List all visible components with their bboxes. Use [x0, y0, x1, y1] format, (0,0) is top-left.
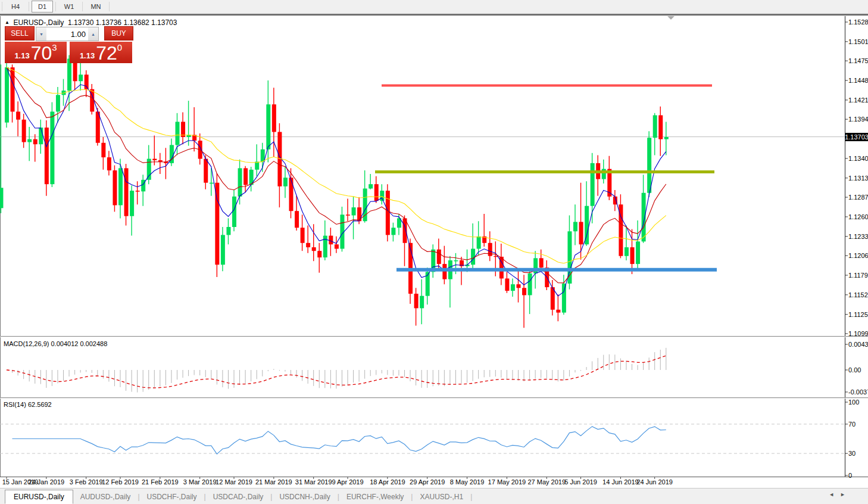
- rsi-axis-label: 100: [848, 399, 859, 406]
- date-axis-label: 12 Mar 2019: [216, 478, 252, 486]
- volume-stepper: ▼ ▲: [36, 27, 99, 41]
- buy-price-button[interactable]: 1.13 72 0: [70, 42, 132, 63]
- date-axis-label: 12 Feb 2019: [102, 478, 139, 486]
- chart-tab-usdcad[interactable]: USDCAD-,Daily: [206, 491, 271, 503]
- date-axis-label: 17 May 2019: [488, 478, 526, 486]
- sell-price-big: 70: [31, 44, 52, 62]
- date-axis-label: 29 Apr 2019: [410, 478, 445, 486]
- sell-price-sup: 3: [52, 42, 57, 52]
- rsi-value: 62.5692: [28, 401, 52, 408]
- chart-tab-usdchf[interactable]: USDCHF-,Daily: [140, 491, 204, 503]
- sell-price-button[interactable]: 1.13 70 3: [5, 42, 67, 63]
- date-axis-label: 9 Apr 2019: [332, 478, 363, 486]
- price-axis-label: 1.11255: [848, 311, 868, 318]
- buy-price-big: 72: [96, 44, 117, 62]
- price-axis-label: 1.13945: [848, 116, 868, 123]
- chart-tab-xauusd[interactable]: XAUUSD-,H1: [413, 491, 470, 503]
- chart-tab-usdcnh[interactable]: USDCNH-,Daily: [272, 491, 337, 503]
- price-axis-label: 1.15285: [848, 18, 868, 26]
- chart-shift-marker-icon: [667, 16, 675, 20]
- price-axis-label: 1.13135: [848, 175, 868, 182]
- price-axis-label: 1.15015: [848, 38, 868, 45]
- price-axis-label: 1.11525: [848, 291, 868, 298]
- date-axis-label: 24 Jun 2019: [636, 478, 673, 486]
- rsi-axis-label: 70: [848, 421, 855, 428]
- price-axis-label: 1.12330: [848, 233, 868, 240]
- scroll-right-icon[interactable]: ►: [840, 491, 851, 497]
- buy-price-prefix: 1.13: [80, 51, 95, 60]
- collapse-triangle-icon: ▲: [5, 20, 10, 25]
- chart-symbol-label: EURUSD-,Daily: [14, 18, 64, 27]
- date-axis-label: 14 Jun 2019: [602, 478, 639, 486]
- price-axis-label: 1.14750: [848, 57, 868, 64]
- macd-axis-label: 0.004375: [848, 341, 868, 348]
- rsi-axis-label: 30: [848, 450, 855, 457]
- date-axis-label: 24 Jan 2019: [29, 478, 65, 486]
- chart-title: ▲ EURUSD-,Daily 1.13730 1.13736 1.13682 …: [5, 18, 177, 27]
- volume-increase-icon[interactable]: ▲: [88, 27, 98, 41]
- macd-label: MACD(12,26,9) 0.004012 0.002488: [4, 340, 107, 347]
- price-axis-label: 1.12600: [848, 213, 868, 220]
- tab-separator: |: [470, 493, 472, 501]
- chart-ohlc-values: 1.13730 1.13736 1.13682 1.13703: [68, 18, 177, 27]
- date-axis-label: 8 May 2019: [450, 478, 484, 486]
- price-axis-label: 1.11795: [848, 272, 868, 279]
- mt4-terminal: H4D1W1MN ▲ EURUSD-,Daily 1.13730 1.13736…: [0, 0, 868, 504]
- chart-canvas[interactable]: [0, 0, 868, 504]
- date-axis-label: 18 Apr 2019: [370, 478, 405, 486]
- one-click-trading-panel: SELL ▼ ▲ BUY 1.13 70 3 1.13 72 0: [5, 26, 133, 63]
- volume-decrease-icon[interactable]: ▼: [36, 27, 46, 41]
- price-axis-label: 1.12870: [848, 194, 868, 201]
- date-axis-label: 31 Mar 2019: [295, 478, 332, 486]
- chart-tab-bar: EURUSD-,DailyAUDUSD-,Daily|USDCHF-,Daily…: [0, 488, 868, 504]
- scroll-left-icon[interactable]: ◄: [829, 491, 840, 497]
- price-axis-label: 1.14480: [848, 77, 868, 84]
- price-axis-label: 1.13405: [848, 155, 868, 162]
- date-axis-label: 21 Mar 2019: [255, 478, 292, 486]
- macd-values: 0.004012 0.002488: [51, 340, 107, 347]
- price-axis-label: 1.14210: [848, 97, 868, 104]
- tab-scroll-arrows: ◄►: [829, 491, 851, 497]
- buy-button[interactable]: BUY: [104, 26, 133, 41]
- chart-tab-eurchf[interactable]: EURCHF-,Weekly: [339, 491, 411, 503]
- date-axis-label: 5 Jun 2019: [564, 478, 597, 486]
- date-axis-label: 3 Feb 2019: [70, 478, 103, 486]
- rsi-label: RSI(14) 62.5692: [4, 401, 52, 408]
- date-axis-label: 27 May 2019: [527, 478, 566, 486]
- sell-price-prefix: 1.13: [14, 51, 29, 60]
- buy-price-sup: 0: [117, 42, 122, 52]
- macd-axis-label: 0.00: [848, 366, 861, 374]
- price-axis-label: 1.12065: [848, 252, 868, 259]
- chart-tab-audusd[interactable]: AUDUSD-,Daily: [73, 491, 138, 503]
- price-axis-label: 1.10990: [848, 330, 868, 337]
- chart-window[interactable]: ▲ EURUSD-,Daily 1.13730 1.13736 1.13682 …: [0, 0, 868, 504]
- date-axis-label: 21 Feb 2019: [142, 478, 179, 486]
- current-price-tag: 1.13703: [845, 133, 868, 141]
- sell-button[interactable]: SELL: [5, 26, 35, 41]
- date-axis-label: 3 Mar 2019: [183, 478, 217, 486]
- volume-input[interactable]: [46, 27, 88, 41]
- rsi-axis-label: 0: [848, 472, 852, 479]
- macd-axis-label: -0.003715: [848, 388, 868, 396]
- chart-tab-eurusd[interactable]: EURUSD-,Daily: [5, 490, 73, 504]
